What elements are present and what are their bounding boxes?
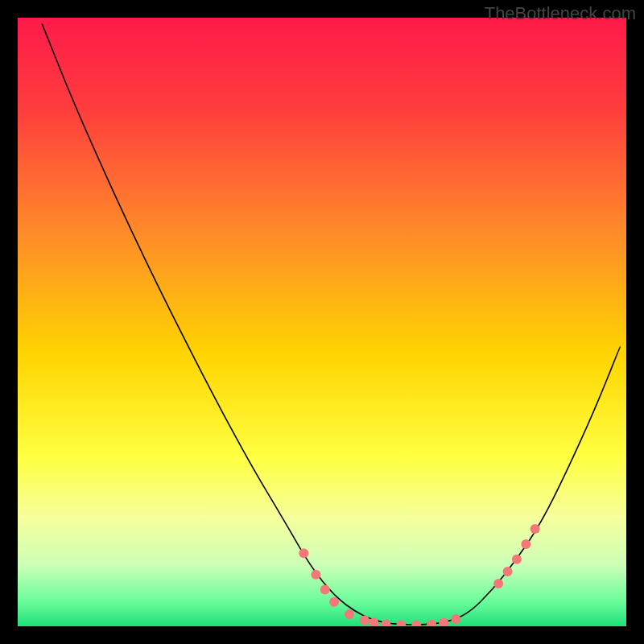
- data-marker: [451, 614, 460, 624]
- data-marker: [512, 555, 522, 564]
- data-marker: [493, 579, 503, 588]
- data-marker: [311, 570, 320, 580]
- watermark-text: TheBottleneck.com: [485, 3, 636, 24]
- chart-frame: [18, 18, 626, 626]
- data-marker: [345, 609, 354, 619]
- data-marker: [299, 548, 308, 558]
- gradient-background: [18, 18, 626, 626]
- data-marker: [530, 524, 540, 534]
- chart-container: TheBottleneck.com: [0, 0, 644, 644]
- data-marker: [320, 585, 330, 595]
- bottleneck-chart: [18, 18, 626, 626]
- data-marker: [360, 615, 369, 625]
- data-marker: [521, 539, 530, 549]
- data-marker: [329, 597, 339, 607]
- data-marker: [503, 567, 513, 576]
